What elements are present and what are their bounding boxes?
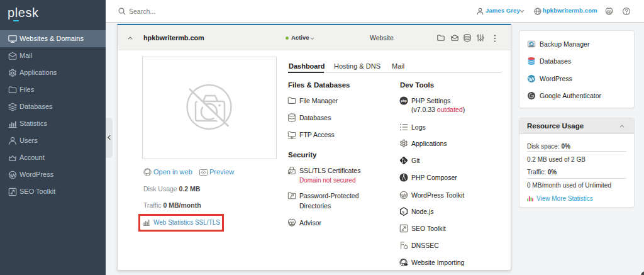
svg-text:php: php [401,99,407,103]
